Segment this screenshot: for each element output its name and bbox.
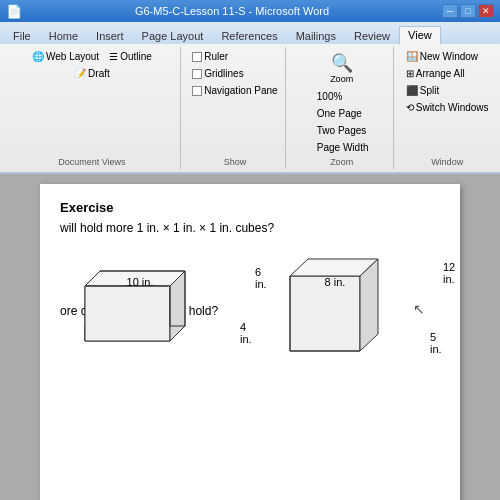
tab-references[interactable]: References [212,27,286,44]
arrange-all-button[interactable]: ⊞ Arrange All [402,66,469,81]
box2-svg [270,251,400,361]
question-text: will hold more 1 in. × 1 in. × 1 in. cub… [60,221,274,235]
ribbon-group-show: Ruler Gridlines Navigation Pane Show [185,47,286,169]
box1-dim2-label: 4 in. [240,321,252,345]
title-bar: 📄 G6-M5-C-Lesson 11-S - Microsoft Word ─… [0,0,500,22]
document-views-items: 🌐 Web Layout ☰ Outline 📝 Draft [10,49,174,81]
tab-file[interactable]: File [4,27,40,44]
close-button[interactable]: ✕ [478,4,494,18]
gridlines-check-icon [192,69,202,79]
window-items: 🪟 New Window ⊞ Arrange All ⬛ Split ⟲ Swi… [402,49,493,115]
window-title: G6-M5-C-Lesson 11-S - Microsoft Word [22,5,442,17]
outline-button[interactable]: ☰ Outline [105,49,156,64]
zoom-100-button[interactable]: 100% [313,89,373,104]
ribbon-group-zoom: 🔍 Zoom 100% One Page Two Pages Pa [290,47,394,169]
one-page-button[interactable]: One Page [313,106,373,121]
outline-icon: ☰ [109,51,118,62]
window-label: Window [431,155,463,167]
tab-insert[interactable]: Insert [87,27,133,44]
box2-dim1-label: 12 in. [443,261,455,285]
switch-windows-button[interactable]: ⟲ Switch Windows [402,100,493,115]
web-layout-icon: 🌐 [32,51,44,62]
tab-home[interactable]: Home [40,27,87,44]
draft-button[interactable]: 📝 Draft [70,66,114,81]
svg-marker-8 [360,259,378,351]
cursor-icon: ↖ [413,301,425,317]
tab-page-layout[interactable]: Page Layout [133,27,213,44]
box2-dim3-label: 8 in. [325,276,346,288]
web-layout-button[interactable]: 🌐 Web Layout [28,49,103,64]
two-pages-button[interactable]: Two Pages [313,123,373,138]
box2-container: 12 in. 5 in. ↖ 8 in. [270,251,400,288]
word-icon: 📄 [6,4,22,19]
maximize-button[interactable]: □ [460,4,476,18]
minimize-button[interactable]: ─ [442,4,458,18]
switch-windows-icon: ⟲ [406,102,414,113]
split-icon: ⬛ [406,85,418,96]
document-area: Exercise will hold more 1 in. × 1 in. × … [0,174,500,500]
tab-mailings[interactable]: Mailings [287,27,345,44]
ribbon-group-document-views: 🌐 Web Layout ☰ Outline 📝 Draft Document … [4,47,181,169]
navigation-check-icon [192,86,202,96]
new-window-button[interactable]: 🪟 New Window [402,49,482,64]
draft-icon: 📝 [74,68,86,79]
ruler-checkbox[interactable]: Ruler [188,49,232,64]
box1-dim1-label: 6 in. [255,266,267,290]
shapes-row: 6 in. 4 in. 10 in. [60,251,440,288]
gridlines-checkbox[interactable]: Gridlines [188,66,247,81]
ribbon-content: 🌐 Web Layout ☰ Outline 📝 Draft Document … [0,44,500,172]
zoom-items: 🔍 Zoom 100% One Page Two Pages Pa [296,49,387,155]
show-label: Show [224,155,247,167]
zoom-label: Zoom [330,155,353,167]
ribbon: File Home Insert Page Layout References … [0,22,500,174]
arrange-all-icon: ⊞ [406,68,414,79]
box1-dim3-label: 10 in. [127,276,154,288]
split-button[interactable]: ⬛ Split [402,83,443,98]
box2-dim2-label: 5 in. [430,331,442,355]
tab-view[interactable]: View [399,26,441,45]
zoom-button[interactable]: 🔍 Zoom [325,49,358,87]
page-width-button[interactable]: Page Width [313,140,373,155]
box1-container: 6 in. 4 in. 10 in. [70,256,210,288]
box1-svg [70,256,210,346]
document-views-label: Document Views [58,155,125,167]
zoom-icon: 🔍 [331,52,353,74]
new-window-icon: 🪟 [406,51,418,62]
ruler-check-icon [192,52,202,62]
document-page: Exercise will hold more 1 in. × 1 in. × … [40,184,460,500]
show-items: Ruler Gridlines Navigation Pane [188,49,281,98]
exercise-question: will hold more 1 in. × 1 in. × 1 in. cub… [60,221,440,235]
exercise-title: Exercise [60,200,440,215]
navigation-pane-checkbox[interactable]: Navigation Pane [188,83,281,98]
tab-review[interactable]: Review [345,27,399,44]
window-controls: ─ □ ✕ [442,4,494,18]
ribbon-tab-bar: File Home Insert Page Layout References … [0,22,500,44]
ribbon-group-window: 🪟 New Window ⊞ Arrange All ⬛ Split ⟲ Swi… [398,47,496,169]
svg-marker-3 [85,286,170,341]
